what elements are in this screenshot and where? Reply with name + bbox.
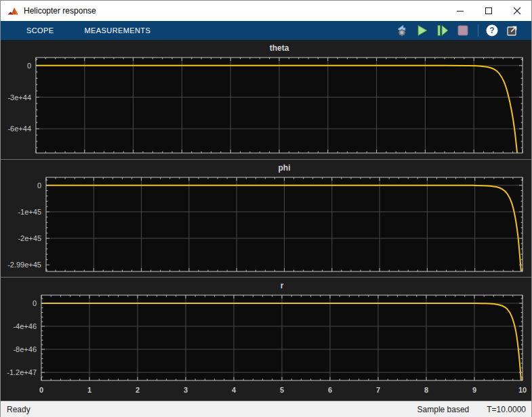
svg-text:1: 1 bbox=[87, 386, 91, 394]
r-plot[interactable]: 0-4e+46-8e+46-1.2e+47012345678910 bbox=[1, 278, 531, 400]
status-ready: Ready bbox=[7, 405, 30, 414]
popout-icon bbox=[506, 24, 519, 37]
theta-plot[interactable]: 0-3e+44-6e+44 bbox=[1, 40, 531, 159]
maximize-icon bbox=[485, 7, 493, 15]
svg-text:10: 10 bbox=[518, 386, 527, 394]
svg-text:-6e+44: -6e+44 bbox=[7, 125, 31, 133]
svg-text:0: 0 bbox=[37, 181, 41, 190]
panel-theta: theta 0-3e+44-6e+44 bbox=[1, 40, 531, 159]
toolstrip: SCOPE MEASUREMENTS bbox=[1, 21, 531, 40]
stop-button[interactable] bbox=[455, 22, 471, 39]
svg-text:0: 0 bbox=[33, 299, 37, 307]
question-icon: ? bbox=[485, 24, 499, 37]
help-button[interactable]: ? bbox=[484, 22, 500, 39]
titlebar: Helicopter response bbox=[1, 1, 531, 21]
svg-text:-1e+45: -1e+45 bbox=[18, 208, 41, 216]
window-title: Helicopter response bbox=[24, 6, 96, 16]
scope-window: Helicopter response SCOPE MEASUREMENTS bbox=[0, 0, 532, 417]
scope-canvas: theta 0-3e+44-6e+44 phi 0-1e+45-2e+45-2.… bbox=[1, 40, 531, 401]
phi-plot[interactable]: 0-1e+45-2e+45-2.99e+45 bbox=[1, 160, 531, 278]
tab-measurements[interactable]: MEASUREMENTS bbox=[85, 26, 151, 35]
step-forward-button[interactable] bbox=[434, 22, 451, 39]
panel-phi: phi 0-1e+45-2e+45-2.99e+45 bbox=[1, 159, 531, 277]
close-button[interactable] bbox=[503, 1, 531, 21]
status-sample-mode: Sample based bbox=[417, 405, 470, 414]
svg-text:2: 2 bbox=[136, 386, 140, 394]
step-forward-icon bbox=[436, 24, 449, 37]
svg-text:0: 0 bbox=[39, 386, 43, 394]
svg-text:-1.2e+47: -1.2e+47 bbox=[7, 368, 37, 376]
svg-text:-3e+44: -3e+44 bbox=[7, 93, 31, 102]
tab-scope[interactable]: SCOPE bbox=[26, 26, 54, 35]
maximize-button[interactable] bbox=[474, 1, 503, 21]
step-back-button[interactable] bbox=[394, 22, 410, 39]
panel-r: r 0-4e+46-8e+46-1.2e+47012345678910 bbox=[1, 277, 531, 399]
svg-text:0: 0 bbox=[27, 62, 31, 70]
svg-text:3: 3 bbox=[184, 386, 188, 394]
minimize-button[interactable] bbox=[446, 1, 474, 21]
step-back-gear-icon bbox=[395, 24, 409, 37]
popout-button[interactable] bbox=[504, 22, 520, 39]
svg-text:7: 7 bbox=[376, 386, 380, 394]
statusbar: Ready Sample based T=10.0000 bbox=[1, 401, 531, 417]
svg-text:-4e+46: -4e+46 bbox=[13, 322, 37, 330]
toolbar-divider bbox=[478, 24, 478, 37]
status-sim-time: T=10.0000 bbox=[487, 405, 526, 414]
close-icon bbox=[513, 7, 521, 15]
svg-text:9: 9 bbox=[472, 386, 476, 394]
svg-text:6: 6 bbox=[328, 386, 332, 394]
play-icon bbox=[415, 24, 429, 37]
matlab-logo-icon bbox=[7, 5, 18, 16]
minimize-icon bbox=[456, 7, 464, 15]
svg-text:4: 4 bbox=[232, 386, 237, 394]
svg-text:-8e+46: -8e+46 bbox=[13, 345, 37, 353]
svg-text:8: 8 bbox=[424, 386, 428, 394]
svg-text:-2.99e+45: -2.99e+45 bbox=[7, 261, 41, 269]
stop-icon bbox=[456, 24, 470, 37]
run-button[interactable] bbox=[414, 22, 430, 39]
svg-text:-2e+45: -2e+45 bbox=[18, 234, 41, 242]
svg-text:5: 5 bbox=[280, 386, 284, 394]
svg-text:?: ? bbox=[489, 26, 494, 35]
